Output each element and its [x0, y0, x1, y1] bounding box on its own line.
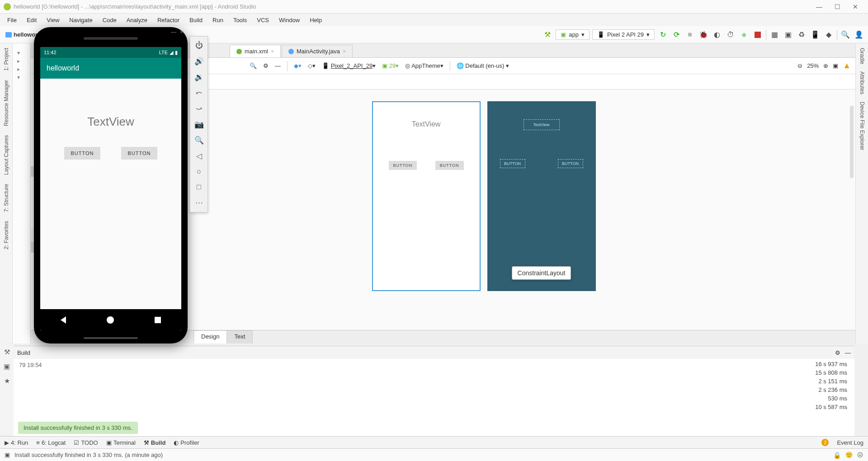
editor-tab-java[interactable]: MainActivity.java× [282, 45, 353, 57]
bottom-tab-logcat[interactable]: ≡ 6: Logcat [36, 439, 66, 446]
emulator-button-2[interactable]: BUTTON [121, 147, 157, 160]
emu-power-icon[interactable]: ⏻ [195, 41, 203, 50]
minimize-button[interactable]: — [810, 3, 828, 10]
emu-more-icon[interactable]: ⋯ [195, 198, 203, 207]
emu-volume-down-icon[interactable]: 🔉 [194, 72, 204, 82]
run-config-dropdown[interactable]: ▣app▾ [556, 29, 590, 40]
lock-icon[interactable]: 🔒 [833, 452, 841, 459]
locale-selector[interactable]: 🌐 Default (en-us) ▾ [457, 62, 509, 69]
settings-icon[interactable]: ⚙ [263, 62, 269, 69]
settings-icon[interactable]: ⚙ [835, 349, 840, 356]
filter-icon[interactable]: ▣ [4, 362, 10, 371]
device-dropdown[interactable]: 📱Pixel 2 API 29▾ [592, 29, 655, 40]
menu-help[interactable]: Help [305, 15, 326, 25]
blueprint-surface[interactable]: TextView BUTTON BUTTON ConstraintLayout [487, 101, 596, 291]
left-tab-layout-captures[interactable]: Layout Captures [3, 135, 9, 175]
sync-button[interactable]: ♻ [796, 29, 807, 40]
smile-icon[interactable]: 🙂 [845, 452, 853, 458]
design-surface[interactable]: TextView BUTTON BUTTON [372, 101, 481, 291]
bottom-tab-profiler[interactable]: ◐ Profiler [174, 439, 199, 446]
menu-view[interactable]: View [42, 15, 64, 25]
zoom-out-button[interactable]: ⊖ [797, 62, 802, 69]
canvas-button-2[interactable]: BUTTON [435, 161, 464, 170]
editor-tab-xml[interactable]: main.xml× [230, 45, 281, 57]
emulator-button-1[interactable]: BUTTON [64, 147, 100, 160]
bottom-tab-terminal[interactable]: ▣ Terminal [106, 439, 136, 446]
menu-build[interactable]: Build [185, 15, 207, 25]
canvas-scrollbar[interactable] [850, 106, 854, 178]
bottom-tab-todo[interactable]: ☑ TODO [74, 439, 98, 446]
tree-expand-icon[interactable]: ▸ [17, 58, 26, 64]
bp-textview[interactable]: TextView [524, 119, 560, 130]
emu-volume-up-icon[interactable]: 🔊 [194, 56, 204, 66]
bp-button-1[interactable]: BUTTON [500, 159, 525, 168]
bottom-tab-eventlog[interactable]: Event Log [837, 439, 863, 446]
profile-button[interactable]: ◐ [712, 29, 722, 40]
close-tab-icon[interactable]: × [343, 48, 346, 55]
device-selector[interactable]: 📱 Pixel_2_API_29▾ [322, 62, 376, 69]
nav-back-icon[interactable] [61, 316, 66, 324]
left-tab-resource-manager[interactable]: Resource Manager [3, 80, 9, 126]
zoom-fit-button[interactable]: ▣ [833, 62, 838, 69]
emu-camera-icon[interactable]: 📷 [194, 120, 204, 129]
menu-file[interactable]: File [3, 15, 21, 25]
nav-recents-icon[interactable] [155, 317, 161, 323]
canvas-textview[interactable]: TextView [373, 120, 480, 128]
orientation-dropdown[interactable]: ◇▾ [308, 62, 316, 69]
close-button[interactable]: ✕ [846, 3, 864, 10]
menu-refactor[interactable]: Refactor [153, 15, 184, 25]
maximize-button[interactable]: ☐ [828, 3, 846, 10]
right-tab-device-file-explorer[interactable]: Device File Explorer [859, 102, 865, 150]
emu-back-icon[interactable]: ◁ [196, 151, 202, 161]
nav-home-icon[interactable] [107, 316, 114, 324]
emulator-screen[interactable]: 11:42 LTE◢▮ helloworld TextView BUTTON B… [40, 47, 181, 331]
emu-rotate-right-icon[interactable]: ⤻ [196, 104, 202, 113]
theme-selector[interactable]: ◎ AppTheme▾ [405, 62, 443, 69]
sad-icon[interactable]: ☹ [857, 452, 863, 458]
design-tab[interactable]: Design [193, 330, 227, 343]
make-project-button[interactable]: ⚒ [542, 29, 553, 40]
close-tab-icon[interactable]: × [271, 48, 274, 55]
emu-zoom-icon[interactable]: 🔍 [194, 136, 204, 145]
assistant-button[interactable]: ◆ [823, 29, 834, 40]
left-tab-structure[interactable]: 7: Structure [3, 184, 9, 212]
search-icon[interactable]: 🔍 [250, 62, 257, 69]
stop-button[interactable] [752, 29, 763, 40]
emulator-minimize-icon[interactable]: — [171, 29, 176, 35]
avd-manager-button[interactable]: ▦ [769, 29, 780, 40]
emu-rotate-left-icon[interactable]: ⤺ [196, 88, 202, 98]
menu-vcs[interactable]: VCS [252, 15, 274, 25]
zoom-in-button[interactable]: ⊕ [823, 62, 828, 69]
minimize-panel-icon[interactable]: — [845, 349, 851, 356]
menu-window[interactable]: Window [274, 15, 304, 25]
emu-overview-icon[interactable]: □ [197, 183, 201, 192]
bottom-tab-run[interactable]: ▶ 4: Run [5, 439, 28, 446]
left-tab-project[interactable]: 1: Project [3, 48, 9, 71]
debug-button[interactable]: ≡ [684, 29, 695, 40]
minimize-panel-icon[interactable]: — [275, 62, 281, 69]
bug-icon[interactable]: 🐞 [698, 29, 709, 40]
device-manager-button[interactable]: 📱 [810, 29, 821, 40]
star-icon[interactable]: ★ [4, 377, 10, 385]
warning-icon[interactable]: ▲ [843, 61, 851, 71]
tree-expand-icon[interactable]: ▾ [17, 50, 26, 56]
attach-debugger-button[interactable]: ⎆ [739, 29, 750, 40]
emulator-close-icon[interactable]: × [180, 29, 183, 35]
account-icon[interactable]: 👤 [854, 29, 864, 40]
bottom-tab-build[interactable]: ⚒ Build [144, 439, 166, 446]
speed-icon[interactable]: ⏱ [725, 29, 736, 40]
api-selector[interactable]: ▣ 29▾ [382, 62, 399, 69]
design-canvas[interactable]: 👁▾ 🧲 0dp ƒ× ✦ I▾ TextView BUTTON BUTTON … [112, 74, 855, 330]
sdk-manager-button[interactable]: ▣ [783, 29, 793, 40]
surface-dropdown[interactable]: ◆▾ [294, 62, 302, 69]
text-tab[interactable]: Text [226, 330, 253, 343]
menu-tools[interactable]: Tools [229, 15, 251, 25]
canvas-button-1[interactable]: BUTTON [389, 161, 417, 170]
right-tab-gradle[interactable]: Gradle [859, 48, 865, 64]
menu-navigate[interactable]: Navigate [65, 15, 97, 25]
run-button[interactable]: ↻ [657, 29, 668, 40]
menu-edit[interactable]: Edit [22, 15, 41, 25]
search-button[interactable]: 🔍 [840, 29, 851, 40]
right-tab-attributes[interactable]: Attributes [859, 71, 865, 94]
menu-analyze[interactable]: Analyze [122, 15, 152, 25]
